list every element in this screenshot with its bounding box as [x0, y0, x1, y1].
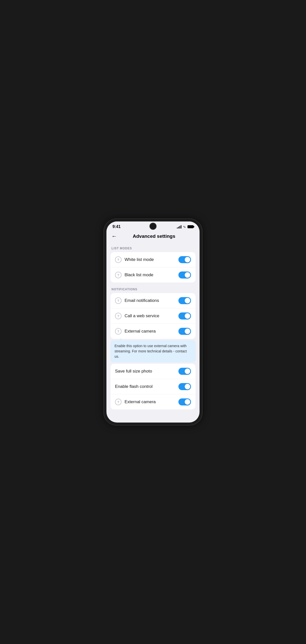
section-label-notifications: NOTIFICATIONS: [106, 284, 200, 293]
setting-row-email-notifications: ? Email notifications: [110, 293, 196, 308]
help-icon-black-list[interactable]: ?: [115, 272, 122, 278]
setting-row-black-list-mode: ? Black list mode: [110, 267, 196, 283]
call-web-service-label: Call a web service: [125, 313, 175, 318]
save-full-size-photo-label: Save full size photo: [115, 369, 175, 374]
email-notifications-label: Email notifications: [125, 298, 175, 303]
scroll-content[interactable]: ← Advanced settings LIST MODES ? White l…: [106, 231, 200, 423]
black-list-mode-toggle[interactable]: [178, 271, 191, 279]
black-list-mode-label: Black list mode: [125, 272, 175, 278]
setting-row-enable-flash-control: Enable flash control: [110, 379, 196, 394]
status-icons: ∿: [177, 225, 194, 229]
external-camera-tooltip: Enable this option to use external camer…: [110, 340, 196, 362]
setting-row-white-list-mode: ? White list mode: [110, 252, 196, 267]
help-icon-external-camera-1[interactable]: ?: [115, 328, 122, 335]
camera-options-card: Save full size photo Enable flash contro…: [110, 364, 196, 409]
setting-row-external-camera-1: ? External camera: [110, 324, 196, 339]
save-full-size-photo-toggle[interactable]: [178, 368, 191, 375]
email-notifications-toggle[interactable]: [178, 297, 191, 304]
phone-screen: 9:41 ∿ ← Advanced settings LIST MODES: [106, 221, 200, 423]
tooltip-text: Enable this option to use external camer…: [114, 344, 187, 358]
setting-row-save-full-size-photo: Save full size photo: [110, 364, 196, 379]
white-list-mode-toggle[interactable]: [178, 256, 191, 263]
notifications-card: ? Email notifications ? Call a web servi…: [110, 293, 196, 339]
battery-icon: [187, 225, 194, 228]
help-icon-external-camera-2[interactable]: ?: [115, 399, 122, 405]
setting-row-external-camera-2: ? External camera: [110, 394, 196, 409]
help-icon-call-web-service[interactable]: ?: [115, 313, 122, 319]
external-camera-2-toggle[interactable]: [178, 398, 191, 405]
camera-notch: [150, 223, 156, 229]
external-camera-1-label: External camera: [125, 329, 175, 334]
status-time: 9:41: [112, 224, 121, 229]
app-header: ← Advanced settings: [106, 231, 200, 243]
setting-row-call-web-service: ? Call a web service: [110, 308, 196, 324]
section-label-list-modes: LIST MODES: [106, 243, 200, 252]
enable-flash-control-label: Enable flash control: [115, 384, 175, 389]
wifi-icon: ∿: [183, 225, 186, 229]
external-camera-1-toggle[interactable]: [178, 328, 191, 335]
phone-shell: 9:41 ∿ ← Advanced settings LIST MODES: [104, 219, 202, 425]
help-icon-white-list[interactable]: ?: [115, 256, 122, 263]
back-button[interactable]: ←: [111, 233, 117, 240]
call-web-service-toggle[interactable]: [178, 312, 191, 319]
page-title: Advanced settings: [121, 234, 187, 239]
help-icon-email-notifications[interactable]: ?: [115, 297, 122, 304]
bottom-spacer: [106, 411, 200, 421]
white-list-mode-label: White list mode: [125, 257, 175, 262]
signal-bars-icon: [177, 225, 181, 228]
external-camera-2-label: External camera: [125, 399, 175, 404]
list-modes-card: ? White list mode ? Black list mode: [110, 252, 196, 283]
enable-flash-control-toggle[interactable]: [178, 383, 191, 390]
